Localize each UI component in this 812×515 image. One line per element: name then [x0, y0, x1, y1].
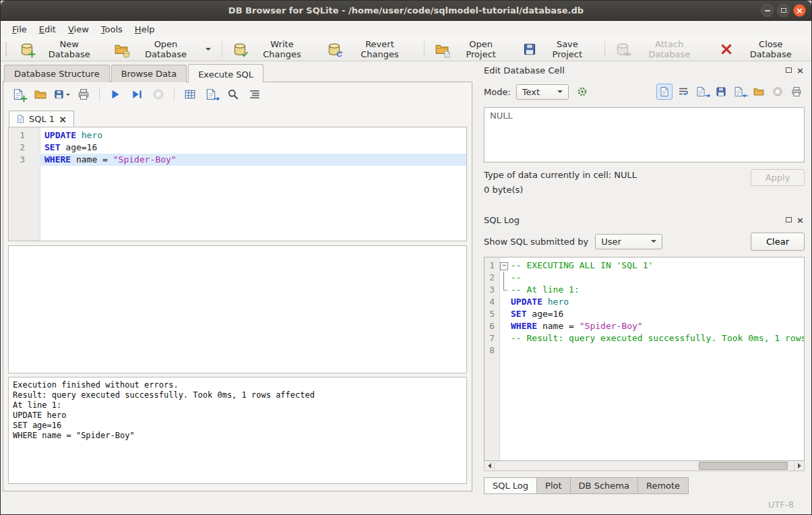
- titlebar[interactable]: DB Browser for SQLite - /home/user/code/…: [1, 1, 811, 21]
- scroll-right-arrow[interactable]: [794, 462, 804, 471]
- panel-splitter[interactable]: [472, 61, 477, 494]
- open-new-tab-button[interactable]: [10, 86, 28, 103]
- set-null-button[interactable]: [770, 84, 786, 100]
- save-project-label: Save Project: [541, 39, 594, 59]
- mode-combobox[interactable]: Text: [516, 84, 569, 100]
- line-number: 7: [485, 332, 499, 344]
- menu-view[interactable]: View: [62, 22, 95, 36]
- code-line[interactable]: 2SET age=16: [9, 142, 466, 154]
- save-sql-file-button[interactable]: [53, 86, 71, 103]
- code-line[interactable]: 7-- Result: query executed successfully.…: [485, 332, 804, 344]
- tab-browse-data[interactable]: Browse Data: [111, 65, 187, 82]
- message-line: WHERE name = "Spider-Boy": [13, 431, 462, 441]
- chevron-down-icon[interactable]: [66, 94, 70, 96]
- close-tab-icon[interactable]: ×: [59, 115, 67, 124]
- code-line[interactable]: 3WHERE name = "Spider-Boy": [9, 154, 466, 166]
- code-line[interactable]: 1UPDATE hero: [9, 129, 466, 142]
- print-cell-button[interactable]: [788, 84, 805, 100]
- menu-tools[interactable]: Tools: [95, 22, 129, 36]
- export-results-button[interactable]: [203, 86, 220, 103]
- code-line[interactable]: 4UPDATE hero: [485, 296, 804, 308]
- tab-database-structure[interactable]: Database Structure: [4, 65, 110, 82]
- export-cell-data-button[interactable]: [732, 84, 748, 100]
- open-project-icon: [435, 42, 449, 56]
- code-line[interactable]: 6WHERE name = "Spider-Boy": [485, 320, 804, 332]
- code-line[interactable]: 8: [485, 344, 804, 357]
- arrow-right-icon: [798, 463, 801, 468]
- horizontal-scrollbar[interactable]: [484, 461, 805, 471]
- chevron-down-icon[interactable]: [206, 48, 211, 51]
- save-results-button[interactable]: [181, 86, 199, 103]
- submitted-by-combobox[interactable]: User: [595, 234, 662, 249]
- code-line[interactable]: 3-- At line 1:: [485, 284, 804, 296]
- save-results-icon: [184, 88, 196, 100]
- tab-db-schema[interactable]: DB Schema: [570, 477, 638, 494]
- fold-marker-icon[interactable]: [499, 260, 509, 272]
- close-dock-button[interactable]: ×: [796, 66, 805, 75]
- fold-margin: [499, 308, 509, 320]
- fold-margin: [499, 284, 509, 296]
- line-number: 2: [9, 142, 40, 154]
- cell-value-editor[interactable]: NULL: [484, 107, 805, 162]
- sql-log-view[interactable]: 1-- EXECUTING ALL IN 'SQL 1'2--3-- At li…: [484, 257, 805, 461]
- close-database-button[interactable]: Close Database: [712, 35, 811, 63]
- format-sql-button[interactable]: [246, 86, 263, 103]
- line-number: 6: [485, 320, 499, 332]
- tab-plot[interactable]: Plot: [536, 477, 571, 494]
- write-changes-label: Write Changes: [251, 39, 313, 59]
- message-line: Result: query executed successfully. Too…: [13, 390, 462, 400]
- sql-file-icon: [16, 115, 25, 123]
- print-icon: [77, 88, 90, 100]
- toolbar-drag-handle[interactable]: [5, 42, 8, 56]
- tab-execute-sql[interactable]: Execute SQL: [188, 64, 263, 83]
- find-replace-button[interactable]: [224, 86, 242, 103]
- write-changes-button[interactable]: Write Changes: [226, 35, 321, 63]
- tab-sql-log[interactable]: SQL Log: [484, 477, 537, 494]
- stop-execution-button: [150, 86, 167, 103]
- clear-log-button[interactable]: Clear: [751, 233, 805, 251]
- mode-value: Text: [522, 87, 549, 97]
- open-project-button[interactable]: Open Project: [428, 35, 516, 63]
- results-pane[interactable]: [8, 245, 467, 373]
- tab-remote[interactable]: Remote: [637, 477, 689, 494]
- import-cell-data-button[interactable]: [694, 84, 710, 100]
- execute-current-line-icon: [131, 88, 143, 100]
- save-cell-data-button[interactable]: [713, 84, 729, 100]
- open-database-button[interactable]: Open Database: [107, 35, 218, 63]
- mode-label: Mode:: [484, 87, 511, 97]
- menu-file[interactable]: File: [6, 22, 33, 36]
- open-in-external-button[interactable]: [751, 84, 767, 100]
- execute-all-button[interactable]: [106, 86, 124, 103]
- save-project-button[interactable]: Save Project: [516, 35, 601, 63]
- new-database-button[interactable]: New Database: [13, 35, 107, 63]
- scrollbar-thumb[interactable]: [699, 462, 788, 470]
- code-line[interactable]: 2--: [485, 272, 804, 284]
- open-sql-file-button[interactable]: [32, 86, 49, 103]
- scroll-left-arrow[interactable]: [485, 462, 495, 471]
- float-dock-button[interactable]: [784, 216, 793, 224]
- code-line[interactable]: 1-- EXECUTING ALL IN 'SQL 1': [485, 260, 804, 272]
- float-dock-button[interactable]: [784, 66, 793, 75]
- menu-edit[interactable]: Edit: [33, 22, 62, 36]
- execution-message-pane[interactable]: Execution finished without errors.Result…: [8, 377, 467, 484]
- close-dock-button[interactable]: ×: [796, 216, 805, 224]
- sql-editor[interactable]: 1UPDATE hero2SET age=163WHERE name = "Sp…: [8, 127, 467, 241]
- menu-help[interactable]: Help: [129, 22, 161, 36]
- text-view-button[interactable]: [656, 84, 673, 100]
- attach-database-icon: [616, 42, 629, 56]
- code-text: UPDATE hero: [40, 129, 466, 142]
- new-database-label: New Database: [38, 39, 100, 59]
- fold-margin: [499, 272, 509, 284]
- execute-current-line-button[interactable]: [128, 86, 146, 103]
- maximize-button[interactable]: [777, 4, 790, 17]
- close-icon: ×: [797, 66, 804, 75]
- word-wrap-button[interactable]: [675, 84, 691, 100]
- sql-log-title: SQL Log: [484, 215, 782, 225]
- minimize-button[interactable]: [761, 4, 774, 17]
- revert-changes-button[interactable]: Revert Changes: [320, 35, 420, 63]
- print-sql-button[interactable]: [75, 86, 92, 103]
- code-line[interactable]: 5SET age=16: [485, 308, 804, 320]
- sql-tab-1[interactable]: SQL 1 ×: [9, 111, 74, 127]
- close-window-button[interactable]: ×: [793, 4, 806, 17]
- auto-switch-mode-button[interactable]: [574, 84, 590, 100]
